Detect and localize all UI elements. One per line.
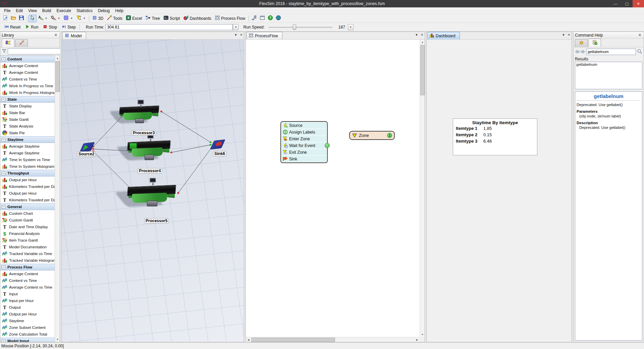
menu-execute[interactable]: Execute bbox=[54, 7, 74, 14]
library-item-output[interactable]: TOutput bbox=[0, 304, 55, 311]
library-item-work-in-progress-vs-time[interactable]: Work In Progress vs Time bbox=[0, 83, 55, 89]
scroll-down-icon[interactable]: ▼ bbox=[55, 337, 60, 342]
run-button[interactable]: Run bbox=[23, 23, 41, 31]
library-item-average-content-vs-time[interactable]: Average Content vs Time bbox=[0, 284, 55, 291]
library-filter-input[interactable] bbox=[8, 48, 62, 54]
library-item-financial-analysis[interactable]: $Financial Analysis bbox=[0, 230, 55, 237]
result-item[interactable]: getlabelnum bbox=[575, 62, 642, 67]
collapse-icon[interactable]: − bbox=[2, 171, 5, 175]
processor4-3d-object[interactable] bbox=[127, 139, 170, 160]
scroll-up-icon[interactable]: ▲ bbox=[420, 40, 425, 45]
select-mode-button[interactable] bbox=[29, 15, 37, 22]
library-item-zone-calculation-total[interactable]: Zone Calculation Total bbox=[0, 331, 55, 338]
scroll-right-icon[interactable]: ▶ bbox=[415, 337, 420, 342]
tree-button[interactable]: Tree bbox=[144, 15, 162, 22]
menu-file[interactable]: File bbox=[1, 7, 13, 14]
command-search-input[interactable] bbox=[586, 49, 636, 55]
model-close-icon[interactable]: ✕ bbox=[240, 33, 243, 37]
help-tab-command-help[interactable]: ? bbox=[588, 39, 601, 47]
activity-sink[interactable]: Sink bbox=[281, 156, 327, 162]
library-item-average-staytime[interactable]: Average Staytime bbox=[0, 143, 55, 150]
help-button[interactable]: ? bbox=[266, 15, 274, 22]
library-tab-toolbox[interactable] bbox=[15, 39, 28, 47]
tab-list-dropdown-icon[interactable]: ▼ bbox=[415, 33, 418, 37]
library-item-kilometers-traveled-per-day[interactable]: TKilometers Traveled per Day bbox=[0, 197, 55, 203]
highlight-mode-button[interactable]: ▼ bbox=[62, 15, 75, 22]
open-model-button[interactable] bbox=[9, 15, 17, 22]
scroll-thumb[interactable] bbox=[420, 45, 425, 95]
connect-center-ports-button[interactable]: Q▼ bbox=[49, 15, 62, 22]
library-section-process-flow[interactable]: −Process Flow bbox=[0, 264, 55, 270]
step-button[interactable]: Step bbox=[59, 23, 78, 31]
stop-button[interactable]: Stop bbox=[41, 23, 59, 31]
run-time-dropdown[interactable]: ▼ bbox=[233, 24, 238, 30]
view-3d-button[interactable]: 3D bbox=[91, 15, 105, 22]
library-item-input-per-hour[interactable]: Input per Hour bbox=[0, 297, 55, 304]
library-item-average-content[interactable]: TAverage Content bbox=[0, 69, 55, 76]
library-section-content[interactable]: −Content bbox=[0, 56, 55, 62]
command-help-close-icon[interactable]: ✕ bbox=[637, 33, 642, 37]
library-item-state-analysis[interactable]: TState Analysis bbox=[0, 123, 55, 130]
library-item-model-documentation[interactable]: TModel Documentation bbox=[0, 244, 55, 250]
library-item-item-trace-gantt[interactable]: Item Trace Gantt bbox=[0, 237, 55, 244]
library-item-time-in-system-histogram[interactable]: Time In System Histogram bbox=[0, 163, 55, 170]
collapse-icon[interactable]: − bbox=[2, 57, 5, 61]
collapse-icon[interactable]: − bbox=[2, 265, 5, 269]
dropdown-arrow-icon[interactable]: ▼ bbox=[57, 17, 61, 19]
activity-enter-zone[interactable]: Enter Zone bbox=[281, 136, 327, 142]
dashboards-button[interactable]: Dashboards bbox=[182, 15, 213, 22]
search-icon[interactable] bbox=[637, 49, 642, 55]
run-speed-slider[interactable] bbox=[269, 24, 332, 30]
tab-list-dropdown-icon[interactable]: ▼ bbox=[234, 33, 237, 37]
library-item-state-pie[interactable]: State Pie bbox=[0, 130, 55, 136]
staytime-table-widget[interactable]: Staytime By Itemtype Itemtype 11.85Itemt… bbox=[453, 118, 537, 155]
library-item-custom-chart[interactable]: Custom Chart bbox=[0, 210, 55, 217]
process-flow-button[interactable]: Process Flow bbox=[213, 15, 247, 22]
library-scrollbar[interactable]: ▲ ▼ bbox=[55, 56, 60, 342]
save-model-button[interactable] bbox=[17, 15, 25, 22]
collapse-icon[interactable]: − bbox=[2, 339, 5, 342]
script-button[interactable]: Script bbox=[162, 15, 182, 22]
menu-help[interactable]: Help bbox=[112, 7, 126, 14]
processflow-vscrollbar[interactable]: ▲ ▼ bbox=[420, 40, 425, 337]
library-section-staytime[interactable]: −Staytime bbox=[0, 136, 55, 143]
forward-button[interactable] bbox=[581, 50, 585, 54]
library-item-input[interactable]: TInput bbox=[0, 291, 55, 297]
library-item-custom-gantt[interactable]: Custom Gantt bbox=[0, 217, 55, 223]
tab-processflow[interactable]: ProcessFlow bbox=[247, 32, 282, 39]
excel-button[interactable]: XExcel bbox=[124, 15, 144, 22]
library-item-average-content[interactable]: Average Content bbox=[0, 62, 55, 69]
library-section-state[interactable]: −State bbox=[0, 96, 55, 103]
results-listbox[interactable]: getlabelnum bbox=[575, 62, 642, 89]
maximize-button[interactable]: ▢ bbox=[621, 0, 633, 7]
library-item-date-and-time-display[interactable]: TDate and Time Display bbox=[0, 223, 55, 230]
tools-button[interactable]: Tools bbox=[105, 15, 124, 22]
library-item-output-per-hour[interactable]: Output per Hour bbox=[0, 311, 55, 317]
dashboard-canvas[interactable]: Staytime By Itemtype Itemtype 11.85Itemt… bbox=[427, 40, 572, 342]
library-item-zone-subset-content[interactable]: Zone Subset Content bbox=[0, 324, 55, 331]
run-time-input[interactable] bbox=[105, 24, 233, 30]
menu-build[interactable]: Build bbox=[40, 7, 54, 14]
scroll-thumb[interactable] bbox=[55, 61, 60, 92]
library-item-staytime[interactable]: Staytime bbox=[0, 317, 55, 324]
back-button[interactable] bbox=[575, 50, 580, 54]
run-speed-dropdown[interactable]: ▼ bbox=[348, 24, 354, 30]
processor3-3d-object[interactable] bbox=[119, 104, 159, 123]
menu-statistics[interactable]: Statistics bbox=[74, 7, 95, 14]
dropdown-arrow-icon[interactable]: ▼ bbox=[44, 17, 48, 19]
tab-list-dropdown-icon[interactable]: ▼ bbox=[562, 33, 565, 37]
library-item-average-staytime[interactable]: TAverage Staytime bbox=[0, 150, 55, 156]
model-3d-viewport[interactable]: Source2 Processor3 Processor4 Processor5… bbox=[62, 40, 244, 342]
library-close-icon[interactable]: ✕ bbox=[53, 33, 58, 37]
processflow-canvas[interactable]: Source0110Assign LabelsEnter ZoneWait fo… bbox=[246, 40, 425, 342]
scroll-up-icon[interactable]: ▲ bbox=[55, 56, 60, 61]
minimize-button[interactable]: — bbox=[610, 0, 621, 7]
library-item-state-display[interactable]: TState Display bbox=[0, 103, 55, 109]
activity-exit-zone[interactable]: Exit Zone bbox=[281, 149, 327, 155]
online-content-button[interactable] bbox=[274, 15, 282, 22]
library-item-content-vs-time[interactable]: Content vs Time bbox=[0, 277, 55, 284]
library-item-tracked-variable-vs-time[interactable]: Tracked Variable vs Time bbox=[0, 250, 55, 257]
collapse-icon[interactable]: − bbox=[2, 138, 5, 142]
menu-edit[interactable]: Edit bbox=[13, 7, 25, 14]
activity-source[interactable]: Source bbox=[281, 122, 327, 129]
